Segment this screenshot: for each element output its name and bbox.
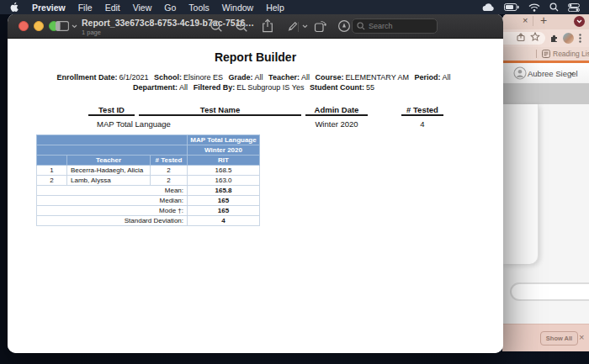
- account-header[interactable]: Aubree Siegel: [502, 63, 589, 83]
- new-tab-button[interactable]: +: [540, 13, 547, 27]
- toolbar-separator: [298, 22, 299, 32]
- column-header-test-name: Test Name: [139, 105, 301, 116]
- menu-item-window[interactable]: Window: [222, 3, 253, 13]
- summary-value-stddev: 4: [188, 216, 260, 226]
- profile-avatar[interactable]: [563, 33, 574, 44]
- bookmark-star-icon[interactable]: [530, 32, 540, 42]
- teacher-name: Becerra-Hadaegh, Alicia: [67, 166, 151, 176]
- downloads-bar: Show All ×: [502, 324, 589, 351]
- markup-pen-icon[interactable]: [286, 20, 299, 33]
- apple-menu-icon[interactable]: [9, 2, 19, 13]
- row-number: 2: [37, 176, 67, 186]
- preview-window: Report_33e673c8-6753-4c19-b7ac-7516… 1 p…: [8, 13, 503, 353]
- search-icon: [357, 22, 365, 30]
- report-title: Report Builder: [8, 50, 503, 64]
- spotlight-search-icon[interactable]: [549, 3, 559, 12]
- stats-term: Winter 2020: [188, 145, 260, 156]
- sidebar-toggle-icon[interactable]: [56, 21, 69, 31]
- annotate-circle-icon[interactable]: [337, 19, 351, 33]
- row-number: 1: [37, 166, 67, 176]
- summary-value-mode: 165: [188, 206, 260, 216]
- table-row: Winter 2020: [37, 145, 260, 156]
- menu-item-go[interactable]: Go: [164, 3, 176, 13]
- search-input[interactable]: [369, 22, 427, 30]
- summary-value-median: 165: [188, 196, 260, 206]
- menu-item-edit[interactable]: Edit: [105, 3, 120, 13]
- preview-titlebar: Report_33e673c8-6753-4c19-b7ac-7516… 1 p…: [8, 13, 503, 39]
- table-row: 1 Becerra-Hadaegh, Alicia 2 168.5: [37, 166, 260, 176]
- teacher-num-tested: 2: [151, 166, 188, 176]
- share-icon[interactable]: [262, 18, 273, 33]
- minimize-window-button[interactable]: [34, 21, 44, 31]
- menu-item-file[interactable]: File: [78, 3, 93, 13]
- num-tested-value: 4: [401, 119, 443, 129]
- table-row: Standard Deviation: 4: [37, 216, 260, 226]
- menu-item-tools[interactable]: Tools: [188, 3, 210, 13]
- column-header-admin-date: Admin Date: [305, 105, 368, 116]
- battery-icon[interactable]: [504, 3, 519, 11]
- stats-test-title: MAP Total Language: [188, 135, 260, 145]
- browser-tab-strip: × +: [502, 13, 589, 29]
- close-window-button[interactable]: [19, 21, 29, 31]
- preview-search-field[interactable]: [352, 18, 438, 34]
- person-icon: [513, 66, 527, 80]
- report-criteria: Enrollment Date:6/1/2021 School:Elsinore…: [56, 73, 455, 92]
- wifi-icon[interactable]: [528, 3, 540, 12]
- table-row: Teacher # Tested RIT: [37, 156, 260, 166]
- teacher-num-tested: 2: [151, 176, 188, 186]
- summary-label-median: Median:: [37, 196, 188, 206]
- summary-label-stddev: Standard Deviation:: [37, 216, 188, 226]
- reading-list-icon[interactable]: [542, 50, 550, 58]
- menu-item-help[interactable]: Help: [266, 3, 284, 13]
- tab-divider: [533, 16, 533, 26]
- page-input-field[interactable]: [510, 282, 589, 301]
- teacher-rit: 163.0: [188, 176, 260, 186]
- chevron-down-icon: [569, 71, 575, 76]
- pdf-document: Report Builder Enrollment Date:6/1/2021 …: [8, 39, 503, 353]
- stats-table: MAP Total Language Winter 2020 Teacher #…: [36, 135, 260, 226]
- icloud-icon[interactable]: [482, 3, 495, 12]
- page-content: [502, 104, 589, 324]
- browser-window: × + Reading List Aubree Sieg: [502, 13, 589, 351]
- sidebar-chevron-icon[interactable]: [72, 24, 77, 29]
- summary-label-mode: Mode †:: [37, 206, 188, 216]
- page-header-band: [502, 83, 589, 104]
- control-center-icon[interactable]: [568, 3, 580, 12]
- stats-header-rit: RIT: [188, 156, 260, 166]
- window-title: Report_33e673c8-6753-4c19-b7ac-7516…: [82, 18, 254, 28]
- table-row: Mode †: 165: [37, 206, 260, 216]
- bookmarks-bar: Reading List: [502, 47, 589, 61]
- stats-header-num-tested: # Tested: [151, 156, 188, 166]
- menu-item-preview[interactable]: Preview: [32, 3, 66, 13]
- table-row: Mean: 165.8: [37, 186, 260, 196]
- rotate-icon[interactable]: [314, 19, 327, 33]
- menu-item-view[interactable]: View: [133, 3, 152, 13]
- test-name-value: MAP Total Language: [97, 119, 171, 129]
- downloads-bar-close-icon[interactable]: ×: [579, 332, 584, 342]
- column-header-test-id: Test ID: [88, 105, 135, 116]
- content-card: [502, 104, 539, 264]
- stats-header-teacher: Teacher: [67, 156, 151, 166]
- show-all-button[interactable]: Show All: [540, 331, 578, 346]
- browser-toolbar: [502, 29, 589, 47]
- extensions-puzzle-icon[interactable]: [549, 34, 559, 43]
- summary-value-mean: 165.8: [188, 186, 260, 196]
- bookmarks-divider: [536, 50, 537, 58]
- reading-list-label[interactable]: Reading List: [553, 50, 589, 58]
- teacher-rit: 168.5: [188, 166, 260, 176]
- tab-search-button[interactable]: [574, 16, 585, 27]
- summary-label-mean: Mean:: [37, 186, 188, 196]
- page-count: 1 page: [82, 29, 101, 36]
- tab-close-icon[interactable]: ×: [523, 15, 528, 25]
- menu-bar: Preview File Edit View Go Tools Window H…: [0, 0, 589, 14]
- browser-menu-icon[interactable]: [579, 34, 581, 43]
- zoom-out-icon[interactable]: [210, 19, 223, 33]
- column-header-num-tested: # Tested: [401, 105, 443, 116]
- markup-chevron-icon[interactable]: [302, 24, 308, 29]
- zoom-in-icon[interactable]: [235, 19, 248, 33]
- table-row: MAP Total Language: [37, 135, 260, 145]
- table-row: 2 Lamb, Alyssa 2 163.0: [37, 176, 260, 186]
- send-to-device-icon[interactable]: [517, 33, 526, 42]
- table-row: Median: 165: [37, 196, 260, 206]
- admin-date-value: Winter 2020: [305, 119, 368, 129]
